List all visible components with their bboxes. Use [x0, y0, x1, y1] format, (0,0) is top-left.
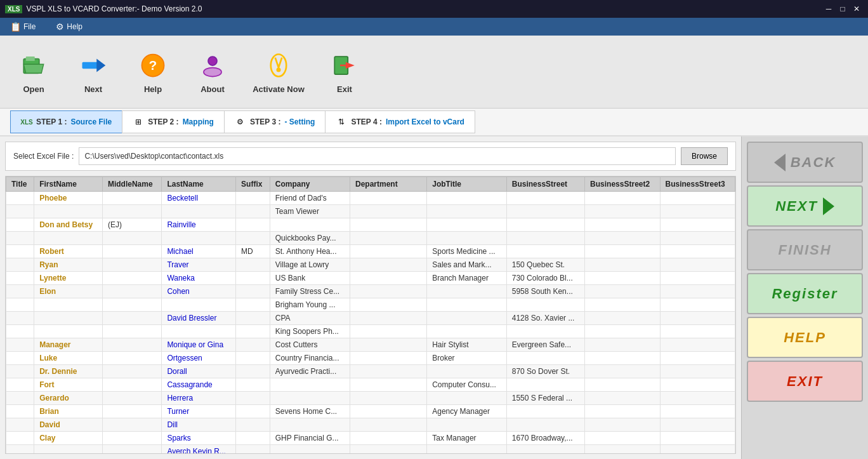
table-body: PhoebeBecketellFriend of Dad'sTeam Viewe…	[6, 192, 735, 455]
col-department: Department	[350, 177, 426, 192]
close-button[interactable]: ✕	[850, 4, 863, 14]
svg-point-6	[208, 57, 217, 65]
col-company: Company	[270, 177, 350, 192]
next-nav-button[interactable]: NEXT	[747, 185, 863, 227]
step-4[interactable]: ⇅ STEP 4 : Import Excel to vCard	[325, 110, 475, 133]
main-area: Select Excel File : Browse Title FirstNa…	[0, 136, 868, 459]
step-1[interactable]: XLS STEP 1 : Source File	[10, 110, 122, 133]
table-header-row: Title FirstName MiddleName LastName Suff…	[6, 177, 735, 192]
step-1-icon: XLS	[21, 116, 32, 128]
app-title: VSPL XLS to VCARD Converter:- Demo Versi…	[26, 4, 202, 13]
left-panel: Select Excel File : Browse Title FirstNa…	[0, 136, 741, 459]
exit-button[interactable]: Exit	[316, 43, 373, 100]
table-row: ClaySparksGHP Financial G...Tax Manager1…	[6, 432, 735, 445]
step-3[interactable]: ⚙ STEP 3 : - Setting	[224, 110, 326, 133]
app-icon: XLS	[5, 5, 22, 13]
exit-nav-button[interactable]: EXIT	[747, 361, 863, 402]
data-table: Title FirstName MiddleName LastName Suff…	[6, 176, 735, 454]
window-controls: ─ □ ✕	[822, 4, 863, 14]
step-2-icon: ⊞	[133, 116, 144, 128]
col-jobtitle: JobTitle	[427, 177, 507, 192]
right-panel: BACK NEXT FINISH Register HELP EXIT	[741, 136, 868, 459]
table-row: Dr. DennieDorallAyurvedic Practi...870 S…	[6, 365, 735, 378]
svg-point-9	[277, 67, 281, 72]
title-bar-left: XLS VSPL XLS to VCARD Converter:- Demo V…	[5, 4, 202, 13]
title-bar: XLS VSPL XLS to VCARD Converter:- Demo V…	[0, 0, 868, 18]
table-row: PhoebeBecketellFriend of Dad's	[6, 192, 735, 205]
register-button[interactable]: Register	[747, 273, 863, 314]
browse-button[interactable]: Browse	[681, 147, 728, 165]
back-label: BACK	[791, 154, 836, 171]
register-label: Register	[772, 286, 838, 302]
step-2[interactable]: ⊞ STEP 2 : Mapping	[122, 110, 225, 133]
table-row: BrianTurnerSevens Home C...Agency Manage…	[6, 405, 735, 418]
step-3-icon: ⚙	[235, 116, 246, 128]
data-table-container[interactable]: Title FirstName MiddleName LastName Suff…	[5, 176, 736, 454]
help-icon: ?	[138, 50, 168, 81]
file-path-input[interactable]	[79, 147, 676, 165]
toolbar: Open Next ? Help About	[0, 36, 868, 109]
table-row: Don and Betsy(EJ)Rainville	[6, 218, 735, 232]
next-button[interactable]: Next	[65, 43, 122, 100]
table-row: Averch Kevin R...	[6, 445, 735, 455]
col-firstname: FirstName	[34, 177, 103, 192]
open-button[interactable]: Open	[5, 43, 62, 100]
col-title: Title	[6, 177, 34, 192]
back-button[interactable]: BACK	[747, 142, 863, 183]
table-row: LynetteWanekaUS BankBranch Manager730 Co…	[6, 272, 735, 285]
table-row: GerardoHerrera1550 S Federal ...	[6, 392, 735, 405]
table-row: Quickbooks Pay...	[6, 232, 735, 245]
help-nav-label: HELP	[784, 329, 826, 346]
svg-rect-1	[26, 57, 35, 61]
svg-text:?: ?	[149, 58, 157, 72]
table-row: LukeOrtgessenCountry Financia...Broker	[6, 352, 735, 365]
menu-bar: 📋 File ⚙ Help	[0, 18, 868, 36]
col-lastname: LastName	[162, 177, 236, 192]
col-bizstreet2: BusinessStreet2	[585, 177, 660, 192]
file-selector: Select Excel File : Browse	[5, 142, 736, 171]
about-button[interactable]: About	[184, 43, 241, 100]
table-row: DavidDill	[6, 418, 735, 432]
col-bizstreet3: BusinessStreet3	[660, 177, 735, 192]
table-row: FortCassagrandeComputer Consu...	[6, 378, 735, 392]
table-row: Team Viewer	[6, 205, 735, 218]
next-label: NEXT	[775, 198, 818, 215]
exit-nav-label: EXIT	[787, 373, 823, 390]
activate-icon	[263, 50, 294, 81]
activate-button[interactable]: Activate Now	[244, 43, 313, 100]
minimize-button[interactable]: ─	[822, 4, 835, 14]
finish-label: FINISH	[778, 242, 831, 258]
finish-button[interactable]: FINISH	[747, 229, 863, 270]
next-icon	[78, 50, 109, 81]
help-button[interactable]: ? Help	[124, 43, 181, 100]
table-row: ElonCohenFamily Stress Ce...5958 South K…	[6, 285, 735, 298]
svg-rect-2	[82, 62, 98, 69]
table-row: Brigham Young ...	[6, 298, 735, 312]
menu-help[interactable]: ⚙ Help	[51, 19, 88, 34]
maximize-button[interactable]: □	[836, 4, 849, 14]
table-row: RyanTraverVillage at LowrySales and Mark…	[6, 258, 735, 272]
table-row: David BresslerCPA4128 So. Xavier ...	[6, 312, 735, 325]
table-row: King Soopers Ph...	[6, 325, 735, 338]
back-arrow-icon	[774, 154, 786, 171]
svg-point-7	[204, 67, 221, 76]
menu-file[interactable]: 📋 File	[5, 19, 41, 34]
about-icon	[197, 50, 228, 81]
table-row: RobertMichaelMDSt. Anthony Hea...Sports …	[6, 245, 735, 258]
exit-icon	[329, 50, 360, 81]
open-icon	[18, 50, 49, 81]
table-row: ManagerMonique or GinaCost CuttersHair S…	[6, 338, 735, 352]
col-bizstreet: BusinessStreet	[506, 177, 584, 192]
steps-bar: XLS STEP 1 : Source File ⊞ STEP 2 : Mapp…	[0, 109, 868, 136]
col-middlename: MiddleName	[102, 177, 161, 192]
file-selector-label: Select Excel File :	[13, 152, 74, 161]
step-4-icon: ⇅	[336, 116, 347, 128]
svg-marker-3	[96, 58, 105, 72]
help-nav-button[interactable]: HELP	[747, 317, 863, 358]
col-suffix: Suffix	[236, 177, 270, 192]
next-arrow-icon	[823, 197, 834, 215]
